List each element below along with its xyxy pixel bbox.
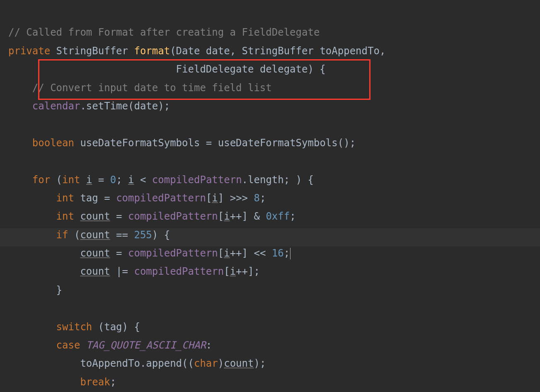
count-or: count |= compiledPattern[i++];: [8, 266, 260, 277]
method-signature-line2: FieldDelegate delegate) {: [8, 63, 326, 75]
int-count-decl: int count = compiledPattern[i++] & 0xff;: [8, 211, 296, 222]
int-tag-decl: int tag = compiledPattern[i] >>> 8;: [8, 192, 266, 204]
comment-convert: // Convert input date to time field list: [8, 82, 272, 94]
break-stmt: break;: [8, 376, 116, 388]
blank-line-3: [8, 302, 14, 314]
text-cursor: [290, 248, 291, 259]
comment-line-1: // Called from Format after creating a F…: [8, 27, 320, 38]
calendar-settime: calendar.setTime(date);: [8, 100, 170, 112]
code-editor[interactable]: // Called from Format after creating a F…: [0, 0, 540, 392]
if-count: if (count == 255) {: [8, 229, 170, 241]
method-signature: private StringBuffer format(Date date, S…: [8, 45, 385, 57]
blank-line-1: [8, 119, 14, 130]
boolean-decl: boolean useDateFormatSymbols = useDateFo…: [8, 137, 356, 149]
close-brace-if: }: [8, 284, 62, 296]
append-call: toAppendTo.append((char)count);: [8, 358, 266, 369]
for-loop: for (int i = 0; i < compiledPattern.leng…: [8, 174, 314, 186]
case-stmt: case TAG_QUOTE_ASCII_CHAR:: [8, 339, 212, 351]
count-shift: count = compiledPattern[i++] << 16;: [8, 247, 291, 259]
blank-line-2: [8, 155, 14, 167]
switch-stmt: switch (tag) {: [8, 321, 140, 333]
